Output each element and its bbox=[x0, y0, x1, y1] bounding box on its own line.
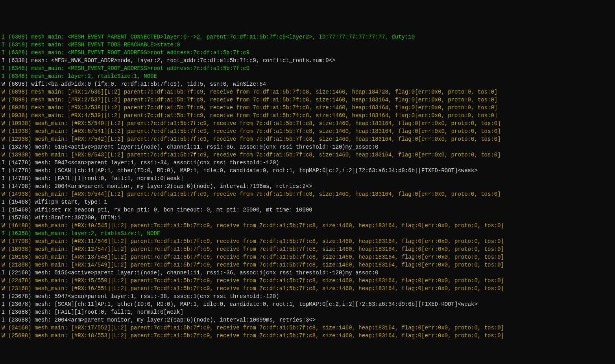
log-line: I (15468) wifi:set rx beacon pti, rx_bcn… bbox=[2, 206, 613, 214]
log-line: I (13278) mesh: 5156<active>parent layer… bbox=[2, 143, 613, 151]
log-line: I (6328) mesh_main: <MESH_EVENT_ROOT_ADD… bbox=[2, 49, 613, 57]
log-line: I (6308) mesh_main: <MESH_EVENT_PARENT_C… bbox=[2, 33, 613, 41]
log-line: W (16188) mesh_main: [#RX:10/545][L:2] p… bbox=[2, 222, 613, 230]
log-line: I (14778) mesh: 5947<scan>parent layer:1… bbox=[2, 159, 613, 167]
log-line: W (12938) mesh_main: [#RX:7/542][L:2] pa… bbox=[2, 135, 613, 143]
log-line: W (13938) mesh_main: [#RX:8/543][L:2] pa… bbox=[2, 151, 613, 159]
log-line: W (8928) mesh_main: [#RX:3/538][L:2] par… bbox=[2, 104, 613, 112]
log-line: W (10938) mesh_main: [#RX:5/540][L:2] pa… bbox=[2, 119, 613, 127]
log-line: I (14778) mesh: [SCAN][ch:11]AP:1, other… bbox=[2, 167, 613, 175]
log-line: I (6338) mesh: <MESH_NWK_ROOT_ADDR>node,… bbox=[2, 57, 613, 64]
log-line: I (16358) mesh_main: layer:2, rtableSize… bbox=[2, 230, 613, 237]
log-line: I (6348) mesh_main: <MESH_EVENT_ROOT_ADD… bbox=[2, 64, 613, 72]
log-line: I (15468) wifi:pm start, type: 1 bbox=[2, 198, 613, 206]
log-line: W (20168) mesh_main: [#RX:13/548][L:2] p… bbox=[2, 253, 613, 261]
log-line: W (22478) mesh_main: [#RX:15/550][L:2] p… bbox=[2, 277, 613, 285]
log-line: W (9938) mesh_main: [#RX:4/539][L:2] par… bbox=[2, 112, 613, 119]
log-line: I (23678) mesh: [SCAN][ch:11]AP:1, other… bbox=[2, 300, 613, 308]
log-line: I (14798) mesh: 2004<arm>parent monitor,… bbox=[2, 182, 613, 190]
log-line: W (6898) mesh_main: [#RX:1/536][L:2] par… bbox=[2, 88, 613, 96]
log-line: W (18938) mesh_main: [#RX:12/547][L:2] p… bbox=[2, 245, 613, 253]
log-line: I (23688) mesh: 2004<arm>parent monitor,… bbox=[2, 316, 613, 324]
log-line: I (6318) mesh_main: <MESH_EVENT_TODS_REA… bbox=[2, 41, 613, 49]
log-line: W (7898) mesh_main: [#RX:2/537][L:2] par… bbox=[2, 96, 613, 104]
log-line: I (6348) mesh_main: layer:2, rtableSize:… bbox=[2, 72, 613, 80]
log-line: W (14938) mesh_main: [#RX:9/544][L:2] pa… bbox=[2, 190, 613, 198]
log-line: W (17708) mesh_main: [#RX:11/546][L:2] p… bbox=[2, 237, 613, 245]
log-line: W (21398) mesh_main: [#RX:14/549][L:2] p… bbox=[2, 261, 613, 269]
log-line: W (11938) mesh_main: [#RX:6/541][L:2] pa… bbox=[2, 127, 613, 135]
log-line: I (23688) mesh: [FAIL][1]root:0, fail:1,… bbox=[2, 308, 613, 316]
log-line: I (23678) mesh: 5947<scan>parent layer:1… bbox=[2, 292, 613, 300]
log-line: I (22168) mesh: 5156<active>parent layer… bbox=[2, 269, 613, 277]
log-line: W (24168) mesh_main: [#RX:17/552][L:2] p… bbox=[2, 324, 613, 332]
terminal-output[interactable]: I (6308) mesh_main: <MESH_EVENT_PARENT_C… bbox=[2, 33, 613, 340]
log-line: W (6898) wifi:<ba-add>idx:0 (ifx:0, 7c:d… bbox=[2, 80, 613, 88]
log-line: W (23168) mesh_main: [#RX:16/551][L:2] p… bbox=[2, 285, 613, 292]
log-line: I (15788) wifi:BcnInt:307200, DTIM:1 bbox=[2, 214, 613, 222]
log-line: W (25698) mesh_main: [#RX:18/553][L:2] p… bbox=[2, 332, 613, 340]
log-line: I (14788) mesh: [FAIL][1]root:0, fail:1,… bbox=[2, 175, 613, 182]
